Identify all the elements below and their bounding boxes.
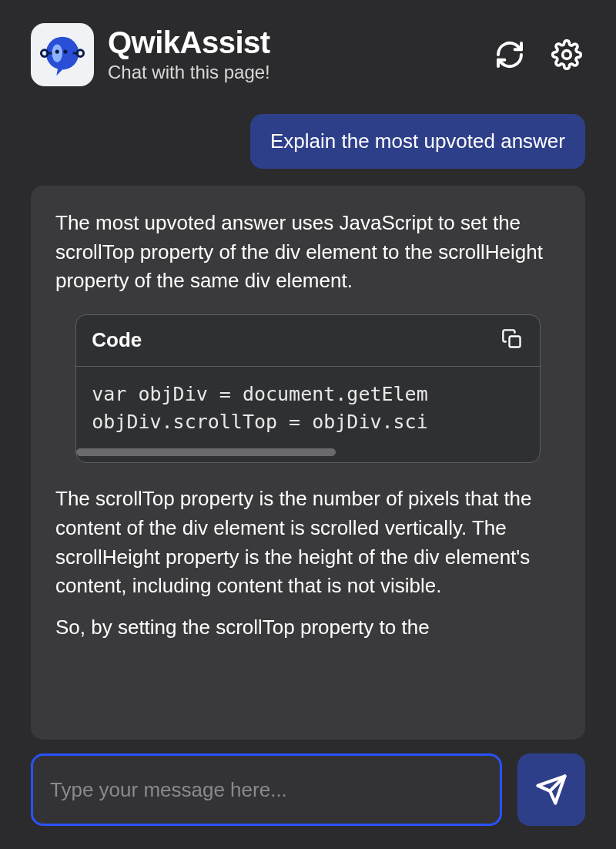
app-title: QwikAssist <box>108 26 477 59</box>
code-line: var objDiv = document.getElem <box>92 383 428 405</box>
chat-area: Explain the most upvoted answer The most… <box>31 114 585 740</box>
code-line: objDiv.scrollTop = objDiv.sci <box>92 411 428 433</box>
svg-point-6 <box>77 50 84 57</box>
app-logo <box>31 23 94 86</box>
input-row <box>31 753 585 826</box>
copy-icon <box>501 328 523 350</box>
scrollbar-thumb[interactable] <box>76 448 336 456</box>
code-label: Code <box>92 326 142 355</box>
copy-code-button[interactable] <box>500 327 524 354</box>
user-message-bubble: Explain the most upvoted answer <box>250 114 585 169</box>
code-header: Code <box>76 315 540 367</box>
svg-point-2 <box>55 50 59 54</box>
assistant-para: The scrollTop property is the number of … <box>55 485 561 601</box>
app-subtitle: Chat with this page! <box>108 62 477 83</box>
gear-icon <box>551 39 582 70</box>
svg-point-3 <box>63 50 67 54</box>
title-block: QwikAssist Chat with this page! <box>108 26 477 83</box>
header: QwikAssist Chat with this page! <box>31 23 585 86</box>
assistant-para: The most upvoted answer uses JavaScript … <box>55 209 561 296</box>
send-icon <box>535 773 567 806</box>
code-block: Code var objDiv = document.getElem objDi… <box>75 314 541 463</box>
header-actions <box>491 36 585 73</box>
refresh-icon <box>494 39 525 70</box>
svg-point-4 <box>41 50 48 57</box>
assistant-para: So, by setting the scrollTop property to… <box>55 613 561 643</box>
svg-point-8 <box>563 51 571 59</box>
message-input[interactable] <box>31 753 502 826</box>
send-button[interactable] <box>517 753 585 826</box>
chat-bot-icon <box>38 31 86 79</box>
code-body[interactable]: var objDiv = document.getElem objDiv.scr… <box>76 367 540 445</box>
assistant-message-bubble: The most upvoted answer uses JavaScript … <box>31 186 585 740</box>
settings-button[interactable] <box>548 36 585 73</box>
svg-rect-9 <box>509 337 520 347</box>
refresh-button[interactable] <box>491 36 528 73</box>
code-horizontal-scrollbar[interactable] <box>76 447 540 456</box>
